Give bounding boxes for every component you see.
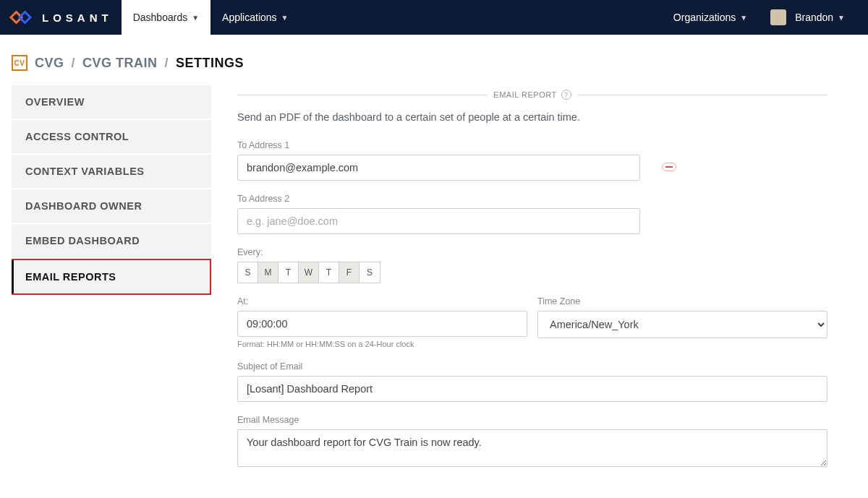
sidebar-item-label: EMBED DASHBOARD (25, 235, 140, 246)
subject-label: Subject of Email (237, 361, 827, 372)
chevron-down-icon: ▼ (281, 14, 289, 22)
nav-user-menu[interactable]: Brandon ▼ (759, 0, 856, 35)
breadcrumb-current: SETTINGS (176, 56, 244, 71)
sidebar-item-embed-dashboard[interactable]: EMBED DASHBOARD (12, 224, 211, 257)
nav-applications-label: Applications (222, 12, 277, 23)
help-icon[interactable]: ? (561, 90, 571, 100)
day-wed[interactable]: W (299, 262, 319, 283)
message-textarea[interactable]: Your dashboard report for CVG Train is n… (237, 429, 827, 467)
losant-logo-icon (9, 9, 35, 26)
remove-address-button[interactable] (662, 163, 676, 171)
nav-organizations-label: Organizations (673, 12, 736, 23)
day-mon[interactable]: M (258, 262, 278, 283)
nav-dashboards-label: Dashboards (133, 12, 188, 23)
chevron-down-icon: ▼ (192, 14, 199, 22)
page-body: OVERVIEW ACCESS CONTROL CONTEXT VARIABLE… (0, 85, 868, 482)
breadcrumb: CV CVG / CVG TRAIN / SETTINGS (0, 35, 868, 85)
at-hint: Format: HH:MM or HH:MM:SS on a 24-Hour c… (237, 340, 527, 348)
section-header: EMAIL REPORT ? (237, 90, 827, 100)
message-row: Email Message Your dashboard report for … (237, 415, 827, 469)
sidebar-item-email-reports-highlight: EMAIL REPORTS (12, 259, 211, 295)
content-area: EMAIL REPORT ? Send an PDF of the dashbo… (237, 85, 856, 482)
nav-user-label: Brandon (795, 12, 833, 23)
nav-organizations[interactable]: Organizations ▼ (662, 0, 759, 35)
day-fri[interactable]: F (339, 262, 359, 283)
minus-icon (665, 166, 673, 168)
sidebar-item-dashboard-owner[interactable]: DASHBOARD OWNER (12, 189, 211, 223)
time-zone-select[interactable]: America/New_York (537, 311, 827, 338)
sidebar-item-label: ACCESS CONTROL (25, 131, 129, 142)
to-address-2-row: To Address 2 (237, 194, 640, 234)
day-tue[interactable]: T (278, 262, 299, 283)
to-address-1-label: To Address 1 (237, 140, 640, 150)
at-tz-row: At: Format: HH:MM or HH:MM:SS on a 24-Ho… (237, 296, 827, 348)
breadcrumb-cvg[interactable]: CVG (35, 56, 64, 71)
divider (577, 95, 827, 95)
day-sun[interactable]: S (238, 262, 258, 283)
chevron-down-icon: ▼ (740, 14, 747, 22)
day-sat[interactable]: S (359, 262, 380, 283)
breadcrumb-icon: CV (12, 55, 27, 71)
at-time-input[interactable] (237, 311, 527, 337)
sidebar-item-label: EMAIL REPORTS (25, 271, 116, 283)
section-title-text: EMAIL REPORT (493, 90, 556, 99)
settings-sidebar: OVERVIEW ACCESS CONTROL CONTEXT VARIABLE… (12, 85, 211, 296)
subject-row: Subject of Email (237, 361, 827, 402)
chevron-down-icon: ▼ (838, 14, 845, 22)
every-label: Every: (237, 247, 827, 257)
brand-logo[interactable]: LOSANT (9, 0, 113, 35)
brand-name: LOSANT (42, 12, 113, 24)
message-label: Email Message (237, 415, 827, 425)
breadcrumb-cvg-train[interactable]: CVG TRAIN (82, 56, 158, 71)
sidebar-item-context-variables[interactable]: CONTEXT VARIABLES (12, 155, 211, 188)
to-address-2-label: To Address 2 (237, 194, 640, 204)
divider (237, 95, 488, 95)
sidebar-item-label: OVERVIEW (25, 96, 85, 108)
avatar (770, 9, 786, 25)
nav-dashboards[interactable]: Dashboards ▼ (122, 0, 210, 35)
section-title: EMAIL REPORT ? (493, 90, 571, 100)
every-row: Every: S M T W T F S (237, 247, 827, 283)
sidebar-item-label: CONTEXT VARIABLES (25, 166, 145, 177)
sidebar-item-label: DASHBOARD OWNER (25, 200, 142, 212)
at-label: At: (237, 296, 527, 306)
to-address-1-row: To Address 1 (237, 140, 827, 181)
subject-input[interactable] (237, 376, 827, 402)
to-address-1-input[interactable] (237, 155, 640, 181)
tz-label: Time Zone (537, 296, 827, 306)
nav-applications[interactable]: Applications ▼ (210, 0, 299, 35)
sidebar-item-access-control[interactable]: ACCESS CONTROL (12, 120, 211, 153)
sidebar-item-email-reports[interactable]: EMAIL REPORTS (12, 260, 210, 293)
sidebar-item-overview[interactable]: OVERVIEW (12, 85, 211, 119)
days-toggle: S M T W T F S (237, 262, 380, 283)
section-description: Send an PDF of the dashboard to a certai… (237, 111, 827, 123)
top-nav: LOSANT Dashboards ▼ Applications ▼ Organ… (0, 0, 868, 35)
day-thu[interactable]: T (319, 262, 339, 283)
breadcrumb-separator: / (165, 56, 169, 71)
to-address-2-input[interactable] (237, 208, 640, 234)
breadcrumb-separator: / (72, 56, 76, 71)
